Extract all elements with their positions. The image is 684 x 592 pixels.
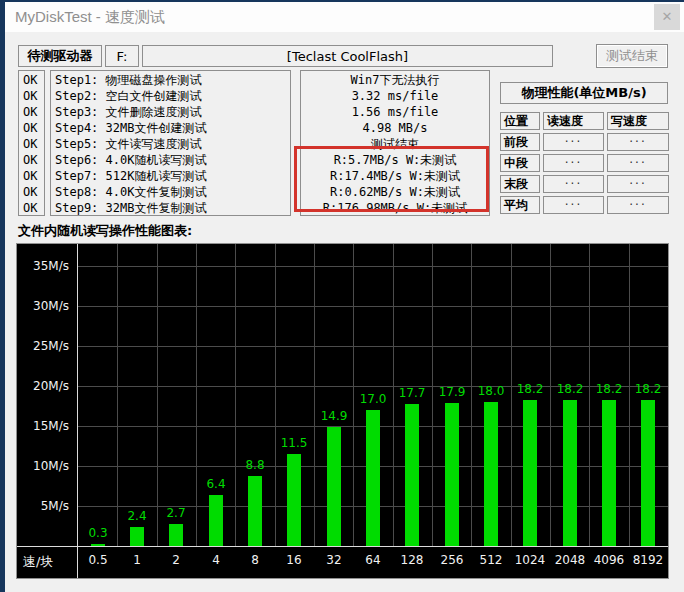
- x-axis-tick-label: 0.5: [76, 553, 120, 567]
- result-line: R:0.62MB/s W:未测试: [301, 184, 489, 200]
- y-axis-separator: [77, 244, 78, 578]
- table-row-label: 平均: [500, 196, 540, 214]
- close-icon[interactable]: ✕: [654, 4, 680, 30]
- chart-title: 文件内随机读写操作性能图表:: [18, 222, 192, 240]
- bar-value-label: 2.7: [158, 506, 194, 520]
- drive-letter[interactable]: F:: [105, 45, 139, 67]
- step-label: Step6: 4.0K随机读写测试: [51, 152, 290, 168]
- x-axis-tick-label: 1: [115, 553, 159, 567]
- gridline-horizontal: [78, 346, 668, 347]
- bar-value-label: 18.2: [552, 382, 588, 396]
- step-status: OK: [19, 72, 44, 88]
- step-list: Step1: 物理磁盘操作测试Step2: 空白文件创建测试Step3: 文件删…: [50, 70, 291, 216]
- bar-value-label: 14.9: [316, 409, 352, 423]
- axis-corner-label: 速/块: [23, 553, 53, 571]
- bar-value-label: 18.0: [473, 384, 509, 398]
- step-label: Step8: 4.0K文件复制测试: [51, 184, 290, 200]
- chart-bar: [484, 402, 498, 546]
- x-axis-tick-label: 64: [351, 553, 395, 567]
- table-read-value: ···: [543, 196, 604, 214]
- x-axis-tick-label: 128: [390, 553, 434, 567]
- desktop-background-edge: [0, 0, 5, 592]
- step-status: OK: [19, 200, 44, 216]
- table-write-value: ···: [607, 133, 669, 151]
- step-label: Step2: 空白文件创建测试: [51, 88, 290, 104]
- result-line: 测试结束: [301, 136, 489, 152]
- gridline-vertical: [157, 244, 158, 546]
- gridline-vertical: [275, 244, 276, 546]
- table-read-value: ···: [543, 175, 604, 193]
- chart-bar: [287, 454, 301, 546]
- step-label: Step4: 32MB文件创建测试: [51, 120, 290, 136]
- bar-value-label: 18.2: [512, 382, 548, 396]
- step-label: Step9: 32MB文件复制测试: [51, 200, 290, 216]
- drive-selector-label: 待测驱动器: [18, 45, 102, 67]
- bar-value-label: 2.4: [119, 509, 155, 523]
- chart-bar: [641, 400, 655, 546]
- chart-bar: [327, 427, 341, 546]
- table-write-value: ···: [607, 175, 669, 193]
- y-axis-tick-label: 30M/s: [17, 299, 69, 313]
- bar-value-label: 18.2: [630, 382, 666, 396]
- result-line: Win7下无法执行: [301, 72, 489, 88]
- step-status: OK: [19, 136, 44, 152]
- bar-value-label: 6.4: [198, 477, 234, 491]
- table-row-label: 前段: [500, 133, 540, 151]
- result-line: R:17.4MB/s W:未测试: [301, 168, 489, 184]
- gridline-vertical: [314, 244, 315, 546]
- x-axis-tick-label: 8: [233, 553, 277, 567]
- window-title: MyDiskTest - 速度测试: [15, 8, 165, 27]
- result-line: 3.32 ms/file: [301, 88, 489, 104]
- title-bar[interactable]: MyDiskTest - 速度测试 ✕: [5, 2, 684, 32]
- y-axis-tick-label: 5M/s: [17, 499, 69, 513]
- table-write-value: ···: [607, 154, 669, 172]
- bar-value-label: 8.8: [237, 458, 273, 472]
- result-list: Win7下无法执行3.32 ms/file1.56 ms/file4.98 MB…: [300, 70, 490, 216]
- y-axis-tick-label: 35M/s: [17, 259, 69, 273]
- step-status: OK: [19, 88, 44, 104]
- step-status: OK: [19, 184, 44, 200]
- table-header-cell: 写速度: [607, 112, 669, 130]
- x-axis-tick-label: 16: [272, 553, 316, 567]
- table-row-label: 末段: [500, 175, 540, 193]
- bar-value-label: 17.9: [434, 385, 470, 399]
- gridline-vertical: [589, 244, 590, 546]
- finish-test-button[interactable]: 测试结束: [596, 44, 668, 68]
- x-axis-tick-label: 4: [194, 553, 238, 567]
- table-header-cell: 位置: [500, 112, 540, 130]
- step-status: OK: [19, 120, 44, 136]
- result-line: R:5.7MB/s W:未测试: [301, 152, 489, 168]
- chart-bar: [523, 400, 537, 546]
- chart-bar: [169, 524, 183, 546]
- gridline-horizontal: [78, 306, 668, 307]
- table-write-value: ···: [607, 196, 669, 214]
- x-axis-tick-label: 4096: [587, 553, 631, 567]
- step-label: Step5: 文件读写速度测试: [51, 136, 290, 152]
- performance-table: 位置读速度写速度前段······中段······末段······平均······: [500, 112, 668, 214]
- y-axis-tick-label: 15M/s: [17, 419, 69, 433]
- performance-chart: 速/块 5M/s10M/s15M/s20M/s25M/s30M/s35M/s0.…: [16, 243, 669, 579]
- result-line: 4.98 MB/s: [301, 120, 489, 136]
- chart-bar: [91, 544, 105, 546]
- bar-value-label: 11.5: [276, 436, 312, 450]
- volume-name: [Teclast CoolFlash]: [142, 45, 553, 67]
- gridline-horizontal: [78, 266, 668, 267]
- bar-value-label: 17.7: [394, 386, 430, 400]
- chart-bar: [563, 400, 577, 546]
- chart-bar: [248, 476, 262, 546]
- step-status: OK: [19, 104, 44, 120]
- chart-bar: [209, 495, 223, 546]
- x-axis-tick-label: 2048: [548, 553, 592, 567]
- bar-value-label: 17.0: [355, 392, 391, 406]
- gridline-vertical: [196, 244, 197, 546]
- gridline-vertical: [550, 244, 551, 546]
- table-read-value: ···: [543, 133, 604, 151]
- result-line: 1.56 ms/file: [301, 104, 489, 120]
- x-axis-tick-label: 8192: [626, 553, 669, 567]
- result-line: R:176.98MB/s W:未测试: [301, 200, 489, 216]
- gridline-vertical: [117, 244, 118, 546]
- step-status: OK: [19, 168, 44, 184]
- table-header-cell: 读速度: [543, 112, 604, 130]
- y-axis-tick-label: 20M/s: [17, 379, 69, 393]
- bar-value-label: 18.2: [591, 382, 627, 396]
